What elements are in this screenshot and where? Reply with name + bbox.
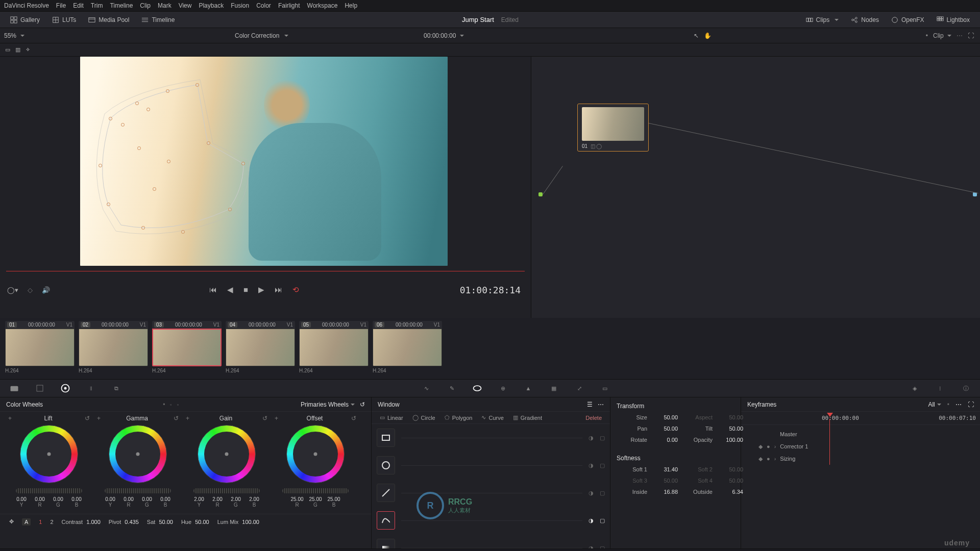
loop-icon[interactable]: ⟲ (292, 285, 299, 294)
keyframes-mode-dropdown[interactable]: All (928, 401, 941, 408)
picker-icon[interactable]: + (275, 415, 278, 422)
menu-color[interactable]: Color (256, 2, 271, 9)
sizing-icon[interactable]: ⤢ (574, 383, 584, 393)
pointer-tool-icon[interactable]: ↖ (694, 32, 699, 39)
gallery-button[interactable]: Gallery (5, 14, 45, 26)
gamma-jog[interactable] (105, 488, 171, 493)
menu-view[interactable]: View (179, 2, 192, 9)
picker-icon[interactable]: + (186, 415, 189, 422)
viewer-timecode-small[interactable]: 00:00:00:00 (424, 32, 464, 39)
keyframes-expand-icon[interactable]: ⛶ (968, 401, 974, 408)
lift-wheel[interactable] (20, 425, 78, 483)
param-size[interactable]: Size50.00 (617, 412, 678, 423)
stop-icon[interactable]: ■ (243, 285, 248, 294)
param-inside[interactable]: Inside16.88 (617, 486, 678, 497)
render-cache-icon[interactable]: ◇ (28, 286, 33, 294)
gain-wheel[interactable] (198, 425, 256, 483)
param-opacity[interactable]: Opacity100.00 (682, 434, 743, 445)
menu-davinci-resolve[interactable]: DaVinci Resolve (4, 2, 49, 9)
picker-icon[interactable]: + (97, 415, 101, 422)
curves-icon[interactable]: ∿ (421, 383, 431, 393)
window-tab-polygon[interactable]: ⬠Polygon (440, 414, 477, 421)
reset-lift-icon[interactable]: ↺ (85, 415, 90, 422)
menu-mark[interactable]: Mark (158, 2, 172, 9)
reset-offset-icon[interactable]: ↺ (351, 415, 356, 422)
menu-playback[interactable]: Playback (199, 2, 224, 9)
keyframe-track-corrector-1[interactable]: ◆●›Corrector 1 (745, 440, 976, 453)
window-tab-linear[interactable]: ▭Linear (376, 414, 407, 421)
image-wipe-icon[interactable]: ▭ (5, 46, 10, 53)
motion-effects-icon[interactable]: ⧉ (111, 383, 121, 393)
window-tab-gradient[interactable]: ▥Gradient (509, 414, 546, 421)
window-presets-icon[interactable]: ☰ (587, 401, 593, 408)
luts-button[interactable]: LUTs (47, 14, 81, 26)
reverse-play-icon[interactable]: ◀ (227, 285, 233, 294)
node-view-mode-dropdown[interactable]: Clip (933, 32, 951, 39)
menu-trim[interactable]: Trim (91, 2, 103, 9)
keyframe-track-master[interactable]: Master (745, 428, 976, 440)
window-line-mask-icon[interactable]: ◑ (589, 490, 594, 496)
window-circle-mask-icon[interactable]: ◑ (589, 462, 594, 469)
window-curve-mask-icon[interactable]: ◑ (589, 517, 594, 524)
window-rect-add-button[interactable] (377, 429, 395, 447)
scopes-icon[interactable]: ⫶ (935, 383, 945, 393)
key-icon[interactable]: ▦ (549, 383, 559, 393)
rgb-mixer-icon[interactable]: ⫴ (86, 383, 96, 393)
page-1-button[interactable]: 1 (39, 519, 42, 525)
offset-jog[interactable] (282, 488, 349, 493)
media-pool-button[interactable]: Media Pool (83, 14, 134, 26)
node-01[interactable]: 01 ◫ ◯ (577, 104, 649, 152)
viewer-timecode[interactable]: 01:00:28:14 (460, 285, 521, 295)
kf-enable-icon[interactable]: ● (767, 443, 770, 449)
viewer-zoom-dropdown[interactable]: 55% (4, 32, 24, 39)
viewer-scrubber[interactable] (6, 271, 525, 276)
window-circle-add-button[interactable] (377, 456, 395, 474)
picker-icon[interactable]: + (8, 415, 12, 422)
param-tilt[interactable]: Tilt50.00 (682, 423, 743, 434)
adj-lum-mix[interactable]: Lum Mix 100.00 (217, 519, 259, 525)
keyframes-options-icon[interactable]: ⋯ (955, 401, 962, 408)
kf-lock-icon[interactable]: ◆ (758, 456, 763, 462)
loop-mode-icon[interactable]: ◯▾ (7, 286, 18, 294)
param-outside[interactable]: Outside6.34 (682, 486, 743, 497)
clip-thumbnail-03[interactable]: 0300:00:00:00V1H.264 (152, 321, 222, 378)
info-icon[interactable]: ⓘ (961, 383, 971, 393)
openfx-button[interactable]: OpenFX (886, 14, 929, 26)
chevron-right-icon[interactable]: › (774, 443, 776, 449)
menu-fairlight[interactable]: Fairlight (278, 2, 300, 9)
auto-balance-icon[interactable]: A (22, 518, 31, 525)
keyframe-playhead[interactable] (827, 413, 833, 420)
kf-lock-icon[interactable]: ◆ (758, 443, 763, 450)
wheels-mode-dropdown[interactable]: Primaries Wheels (301, 401, 355, 408)
menu-clip[interactable]: Clip (140, 2, 151, 9)
color-match-icon[interactable] (35, 383, 45, 393)
camera-raw-icon[interactable] (9, 383, 19, 393)
blur-icon[interactable]: ▲ (523, 383, 533, 393)
menu-edit[interactable]: Edit (73, 2, 84, 9)
clip-thumbnail-01[interactable]: 0100:00:00:00V1H.264 (5, 321, 75, 378)
param-rotate[interactable]: Rotate0.00 (617, 434, 678, 445)
window-line-add-button[interactable] (377, 484, 395, 502)
clip-thumbnail-04[interactable]: 0400:00:00:00V1H.264 (226, 321, 295, 378)
window-options-icon[interactable]: ⋯ (598, 401, 604, 408)
param-pan[interactable]: Pan50.00 (617, 423, 678, 434)
lightbox-button[interactable]: Lightbox (932, 14, 975, 26)
page-2-button[interactable]: 2 (50, 519, 53, 525)
qualifier-icon[interactable]: ✎ (447, 383, 457, 393)
split-screen-icon[interactable]: ▥ (15, 46, 20, 53)
menu-workspace[interactable]: Workspace (307, 2, 338, 9)
window-rect-mask-icon[interactable]: ◑ (589, 435, 594, 441)
window-tab-circle[interactable]: ◯Circle (408, 414, 439, 421)
menu-file[interactable]: File (56, 2, 66, 9)
node-graph-input[interactable] (538, 192, 543, 196)
window-line-invert-icon[interactable]: ▢ (600, 490, 605, 496)
window-delete-button[interactable]: Delete (581, 415, 606, 421)
tracker-icon[interactable]: ⊕ (498, 383, 508, 393)
offset-wheel[interactable] (286, 425, 345, 483)
hand-tool-icon[interactable]: ✋ (704, 32, 712, 39)
reset-gamma-icon[interactable]: ↺ (174, 415, 179, 422)
keyframe-track-sizing[interactable]: ◆●›Sizing (745, 453, 976, 465)
clip-thumbnail-06[interactable]: 0600:00:00:00V1H.264 (373, 321, 442, 378)
window-rect-invert-icon[interactable]: ▢ (600, 435, 605, 441)
node-options-icon[interactable]: ⋯ (957, 32, 963, 39)
